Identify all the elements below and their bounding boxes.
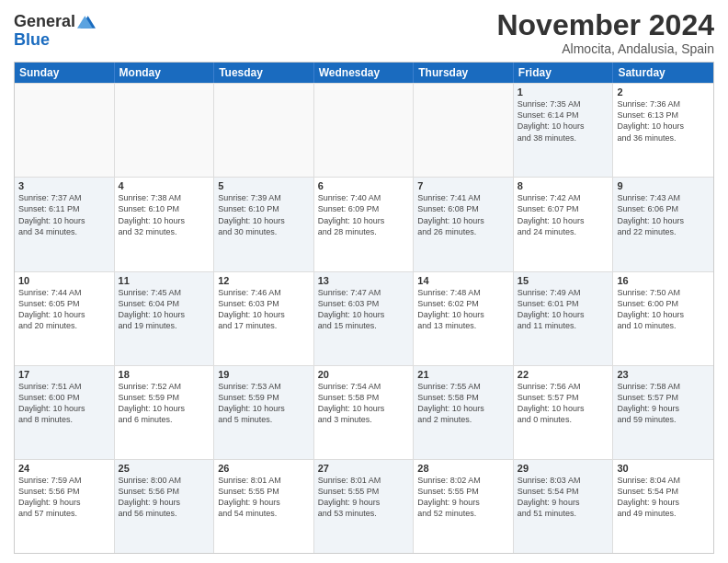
cal-cell-4-4: 28Sunrise: 8:02 AM Sunset: 5:55 PM Dayli… (414, 460, 514, 553)
cell-info: Sunrise: 7:44 AM Sunset: 6:05 PM Dayligh… (18, 287, 110, 332)
cal-cell-3-3: 20Sunrise: 7:54 AM Sunset: 5:58 PM Dayli… (314, 366, 415, 459)
cal-cell-0-5: 1Sunrise: 7:35 AM Sunset: 6:14 PM Daylig… (514, 84, 614, 177)
cal-cell-2-2: 12Sunrise: 7:46 AM Sunset: 6:03 PM Dayli… (214, 272, 314, 365)
cell-info: Sunrise: 7:43 AM Sunset: 6:06 PM Dayligh… (617, 192, 710, 237)
day-number: 10 (18, 275, 110, 286)
day-number: 3 (18, 180, 110, 191)
cal-cell-0-3 (314, 84, 415, 177)
calendar-body: 1Sunrise: 7:35 AM Sunset: 6:14 PM Daylig… (15, 83, 713, 553)
day-number: 23 (617, 369, 710, 380)
day-number: 4 (119, 180, 210, 191)
cell-info: Sunrise: 7:40 AM Sunset: 6:09 PM Dayligh… (318, 192, 410, 237)
cell-info: Sunrise: 8:00 AM Sunset: 5:56 PM Dayligh… (119, 475, 210, 520)
cal-cell-1-1: 4Sunrise: 7:38 AM Sunset: 6:10 PM Daylig… (115, 178, 215, 270)
day-number: 1 (518, 86, 609, 98)
cell-info: Sunrise: 7:38 AM Sunset: 6:10 PM Dayligh… (119, 192, 210, 237)
cal-cell-2-1: 11Sunrise: 7:45 AM Sunset: 6:04 PM Dayli… (115, 272, 215, 365)
title-block: November 2024 Almocita, Andalusia, Spain (496, 9, 714, 56)
day-number: 25 (119, 463, 210, 474)
cal-cell-3-4: 21Sunrise: 7:55 AM Sunset: 5:58 PM Dayli… (414, 366, 514, 459)
cal-cell-3-2: 19Sunrise: 7:53 AM Sunset: 5:59 PM Dayli… (214, 366, 314, 459)
cell-info: Sunrise: 8:04 AM Sunset: 5:54 PM Dayligh… (617, 475, 710, 520)
location: Almocita, Andalusia, Spain (496, 41, 714, 56)
cal-cell-0-2 (214, 84, 314, 177)
cal-cell-4-0: 24Sunrise: 7:59 AM Sunset: 5:56 PM Dayli… (15, 460, 115, 553)
cal-cell-4-2: 26Sunrise: 8:01 AM Sunset: 5:55 PM Dayli… (214, 460, 314, 553)
cell-info: Sunrise: 7:39 AM Sunset: 6:10 PM Dayligh… (218, 192, 310, 237)
cal-cell-2-6: 16Sunrise: 7:50 AM Sunset: 6:00 PM Dayli… (613, 272, 713, 365)
page: General Blue November 2024 Almocita, And… (0, 0, 728, 563)
cal-cell-3-6: 23Sunrise: 7:58 AM Sunset: 5:57 PM Dayli… (613, 366, 713, 459)
cal-cell-2-5: 15Sunrise: 7:49 AM Sunset: 6:01 PM Dayli… (514, 272, 614, 365)
cal-cell-2-4: 14Sunrise: 7:48 AM Sunset: 6:02 PM Dayli… (414, 272, 514, 365)
cell-info: Sunrise: 7:47 AM Sunset: 6:03 PM Dayligh… (318, 287, 410, 332)
cal-cell-1-5: 8Sunrise: 7:42 AM Sunset: 6:07 PM Daylig… (514, 178, 614, 270)
calendar: Sunday Monday Tuesday Wednesday Thursday… (14, 62, 714, 554)
cal-cell-0-1 (115, 84, 215, 177)
day-number: 27 (318, 463, 410, 474)
cell-info: Sunrise: 7:59 AM Sunset: 5:56 PM Dayligh… (18, 475, 110, 520)
cal-cell-1-6: 9Sunrise: 7:43 AM Sunset: 6:06 PM Daylig… (613, 178, 713, 270)
header-friday: Friday (514, 63, 614, 83)
cell-info: Sunrise: 7:45 AM Sunset: 6:04 PM Dayligh… (119, 287, 210, 332)
cell-info: Sunrise: 8:02 AM Sunset: 5:55 PM Dayligh… (417, 475, 509, 520)
day-number: 12 (218, 275, 310, 286)
cell-info: Sunrise: 7:56 AM Sunset: 5:57 PM Dayligh… (518, 381, 609, 426)
cell-info: Sunrise: 7:42 AM Sunset: 6:07 PM Dayligh… (518, 192, 609, 237)
cell-info: Sunrise: 7:36 AM Sunset: 6:13 PM Dayligh… (617, 98, 710, 144)
cell-info: Sunrise: 7:48 AM Sunset: 6:02 PM Dayligh… (417, 287, 509, 332)
day-number: 16 (617, 275, 710, 286)
header-monday: Monday (115, 63, 215, 83)
week-row-3: 17Sunrise: 7:51 AM Sunset: 6:00 PM Dayli… (15, 365, 713, 459)
cell-info: Sunrise: 7:50 AM Sunset: 6:00 PM Dayligh… (617, 287, 710, 332)
cal-cell-3-0: 17Sunrise: 7:51 AM Sunset: 6:00 PM Dayli… (15, 366, 115, 459)
day-number: 14 (417, 275, 509, 286)
cal-cell-3-1: 18Sunrise: 7:52 AM Sunset: 5:59 PM Dayli… (115, 366, 215, 459)
cal-cell-1-2: 5Sunrise: 7:39 AM Sunset: 6:10 PM Daylig… (214, 178, 314, 270)
day-number: 13 (318, 275, 410, 286)
day-number: 11 (119, 275, 210, 286)
week-row-2: 10Sunrise: 7:44 AM Sunset: 6:05 PM Dayli… (15, 271, 713, 365)
week-row-1: 3Sunrise: 7:37 AM Sunset: 6:11 PM Daylig… (15, 177, 713, 270)
cal-cell-0-0 (15, 84, 115, 177)
cell-info: Sunrise: 7:55 AM Sunset: 5:58 PM Dayligh… (417, 381, 509, 426)
day-number: 20 (318, 369, 410, 380)
header-thursday: Thursday (414, 63, 514, 83)
cell-info: Sunrise: 8:01 AM Sunset: 5:55 PM Dayligh… (218, 475, 310, 520)
day-number: 30 (617, 463, 710, 474)
day-number: 29 (518, 463, 609, 474)
cell-info: Sunrise: 7:46 AM Sunset: 6:03 PM Dayligh… (218, 287, 310, 332)
day-number: 22 (518, 369, 609, 380)
day-number: 24 (18, 463, 110, 474)
day-number: 19 (218, 369, 310, 380)
day-number: 7 (417, 180, 509, 191)
calendar-header: Sunday Monday Tuesday Wednesday Thursday… (15, 63, 713, 83)
cell-info: Sunrise: 7:54 AM Sunset: 5:58 PM Dayligh… (318, 381, 410, 426)
header: General Blue November 2024 Almocita, And… (14, 9, 714, 56)
header-wednesday: Wednesday (314, 63, 415, 83)
cell-info: Sunrise: 7:37 AM Sunset: 6:11 PM Dayligh… (18, 192, 110, 237)
header-tuesday: Tuesday (214, 63, 314, 83)
cal-cell-4-3: 27Sunrise: 8:01 AM Sunset: 5:55 PM Dayli… (314, 460, 415, 553)
cal-cell-4-5: 29Sunrise: 8:03 AM Sunset: 5:54 PM Dayli… (514, 460, 614, 553)
month-title: November 2024 (496, 9, 714, 41)
logo-text-line2: Blue (14, 30, 50, 49)
cal-cell-0-6: 2Sunrise: 7:36 AM Sunset: 6:13 PM Daylig… (613, 84, 713, 177)
header-saturday: Saturday (613, 63, 713, 83)
week-row-0: 1Sunrise: 7:35 AM Sunset: 6:14 PM Daylig… (15, 83, 713, 177)
cell-info: Sunrise: 7:51 AM Sunset: 6:00 PM Dayligh… (18, 381, 110, 426)
day-number: 28 (417, 463, 509, 474)
logo-icon (77, 13, 96, 31)
cell-info: Sunrise: 7:41 AM Sunset: 6:08 PM Dayligh… (417, 192, 509, 237)
cal-cell-2-3: 13Sunrise: 7:47 AM Sunset: 6:03 PM Dayli… (314, 272, 415, 365)
week-row-4: 24Sunrise: 7:59 AM Sunset: 5:56 PM Dayli… (15, 459, 713, 553)
day-number: 9 (617, 180, 710, 191)
day-number: 15 (518, 275, 609, 286)
day-number: 18 (119, 369, 210, 380)
day-number: 21 (417, 369, 509, 380)
cell-info: Sunrise: 7:53 AM Sunset: 5:59 PM Dayligh… (218, 381, 310, 426)
day-number: 26 (218, 463, 310, 474)
cal-cell-1-0: 3Sunrise: 7:37 AM Sunset: 6:11 PM Daylig… (15, 178, 115, 270)
cell-info: Sunrise: 7:58 AM Sunset: 5:57 PM Dayligh… (617, 381, 710, 426)
cal-cell-0-4 (414, 84, 514, 177)
